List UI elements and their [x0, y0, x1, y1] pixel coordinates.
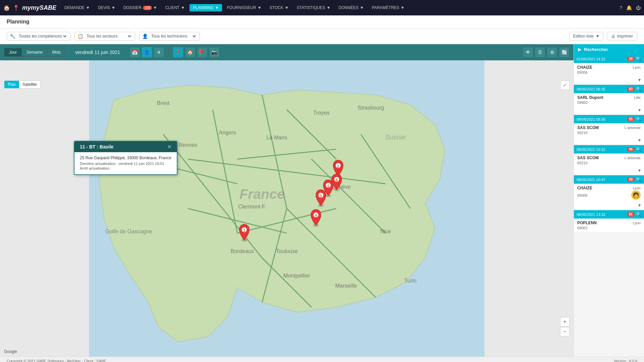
- card-code-1: 69006: [577, 70, 641, 74]
- card-date-5: 08/06/2021 10:47: [577, 178, 605, 182]
- zoom-out-button[interactable]: −: [560, 327, 570, 337]
- card-code-2: 59800: [577, 101, 641, 105]
- card-header-5: 08/06/2021 10:47 89 🔍: [574, 175, 644, 184]
- card-search-1[interactable]: 🔍: [636, 56, 641, 61]
- svg-text:Nice: Nice: [380, 228, 391, 234]
- bell-icon[interactable]: 🔔: [626, 5, 632, 10]
- right-panel: ▶ Rechercher 01/06/2021 14:22 29 🔍 CHAIZ…: [574, 44, 644, 357]
- map-satellite-btn[interactable]: Satellite: [19, 81, 40, 88]
- svg-text:Suisse: Suisse: [385, 133, 406, 141]
- map-plan-btn[interactable]: Plan: [4, 81, 19, 88]
- card-header-1: 01/06/2021 14:22 29 🔍: [574, 55, 644, 63]
- svg-text:Angers: Angers: [219, 129, 236, 135]
- camera-icon-btn[interactable]: 📷: [209, 47, 220, 58]
- home-icon[interactable]: 🏠: [3, 5, 10, 11]
- card-search-5[interactable]: 🔍: [636, 177, 641, 182]
- svg-text:1: 1: [243, 229, 245, 232]
- svg-text:Rennes: Rennes: [178, 142, 197, 148]
- card-search-4[interactable]: 🔍: [636, 147, 641, 152]
- nav-client[interactable]: CLIENT ▼: [162, 4, 188, 11]
- help-icon[interactable]: ?: [620, 5, 622, 10]
- print-icon: 🖨: [611, 34, 615, 39]
- map-expand-btn[interactable]: ⤢: [560, 80, 570, 90]
- card-expand-2[interactable]: ▾: [574, 107, 644, 114]
- nav-devis[interactable]: DEVIS ▼: [95, 4, 119, 11]
- nav-fournisseur[interactable]: FOURNISSEUR ▼: [223, 4, 265, 11]
- card-code-3: 69210: [577, 131, 641, 135]
- card-header-6: 08/06/2021 13:32 91 🔍: [574, 210, 644, 219]
- tab-semaine[interactable]: Semaine: [22, 48, 47, 56]
- pin-icon[interactable]: 📍: [13, 5, 19, 11]
- card-expand-4[interactable]: ▾: [574, 167, 644, 174]
- footer: Copyright © 2021 SABE Softwares - MySabe…: [0, 357, 644, 362]
- tab-jour[interactable]: Jour: [4, 48, 22, 56]
- svg-text:5: 5: [327, 184, 329, 188]
- flag-icon-btn[interactable]: 🚩: [197, 47, 208, 58]
- card-expand-5[interactable]: ▾: [574, 202, 644, 209]
- card-search-6[interactable]: 🔍: [636, 212, 641, 217]
- filters-bar: 🔧 Toutes les compétences 📋 Tous les sect…: [0, 28, 644, 44]
- svg-text:Clermont-F.: Clermont-F.: [238, 203, 266, 209]
- popup-arret: Arrêt actualisation :: [80, 166, 171, 170]
- current-date: vendredi 11 juin 2021: [75, 50, 120, 55]
- nav-stock[interactable]: STOCK ▼: [266, 4, 292, 11]
- card-city-3: L'arbresle: [625, 126, 641, 130]
- card-search-2[interactable]: 🔍: [636, 86, 641, 92]
- popup-close[interactable]: ✕: [167, 144, 171, 149]
- calendar-icon-btn[interactable]: 📅: [129, 47, 140, 58]
- power-icon[interactable]: ⏻: [636, 5, 641, 10]
- card-date-1: 01/06/2021 14:22: [577, 57, 605, 61]
- card-city-4: L'arbresle: [625, 156, 641, 160]
- nav-parametres[interactable]: PARAMÈTRES ▼: [369, 4, 408, 11]
- card-expand-1[interactable]: ▾: [574, 76, 644, 84]
- card-date-3: 08/06/2021 09:30: [577, 117, 605, 121]
- card-date-6: 08/06/2021 13:32: [577, 213, 605, 217]
- secteurs-filter[interactable]: 📋 Tous les secteurs: [74, 32, 135, 41]
- card-code-4: 69210: [577, 161, 641, 165]
- svg-text:Golfe de Gascogne: Golfe de Gascogne: [105, 228, 152, 234]
- google-watermark: Google: [4, 349, 17, 354]
- settings-icon-btn[interactable]: ⚙: [547, 47, 557, 58]
- tab-mois[interactable]: Mois: [48, 48, 65, 56]
- card-search-3[interactable]: 🔍: [636, 117, 641, 122]
- cal2-icon-btn[interactable]: 🗓: [535, 47, 545, 58]
- wrench-icon: 🔧: [10, 34, 15, 39]
- version-text: Version : 8.0.6: [614, 359, 637, 362]
- svg-text:Bordeaux: Bordeaux: [231, 248, 254, 254]
- zoom-in-button[interactable]: +: [560, 317, 570, 326]
- techniciens-select[interactable]: Tous les techniciens: [150, 34, 197, 39]
- planning-card-2: 08/06/2021 08:35 83 🔍 SARL Dupont Lille …: [574, 85, 644, 114]
- map-background[interactable]: France Suisse Brest Rennes Le Mans Golfe…: [0, 60, 574, 357]
- nav-statistiques[interactable]: STATISTIQUES ▼: [293, 4, 334, 11]
- eye-icon-btn[interactable]: 👁: [523, 47, 533, 58]
- sector-icon: 📋: [77, 34, 83, 39]
- app-logo: mymySABE: [22, 4, 56, 11]
- nav-donnees[interactable]: DONNÉES ▼: [335, 4, 367, 11]
- page-title: Planning: [7, 19, 30, 24]
- nav-demande[interactable]: DEMANDE ▼: [61, 4, 93, 11]
- competences-filter[interactable]: 🔧 Toutes les compétences: [7, 32, 70, 41]
- location-icon-btn[interactable]: 📍: [173, 47, 183, 58]
- svg-text:4: 4: [315, 214, 317, 218]
- planning-card-3: 08/06/2021 09:30 85 🔍 SAS SCOM L'arbresl…: [574, 115, 644, 144]
- home-map-icon-btn[interactable]: 🏠: [185, 47, 196, 58]
- arrow-right-icon: ▶: [578, 47, 581, 52]
- secteurs-select[interactable]: Tous les secteurs: [85, 34, 132, 39]
- card-expand-3[interactable]: ▾: [574, 137, 644, 144]
- imprimer-label: Imprimer: [617, 34, 633, 39]
- competences-select[interactable]: Toutes les compétences: [17, 34, 67, 39]
- person-map-icon-btn[interactable]: 👤: [142, 47, 152, 58]
- edition-liste-button[interactable]: Edition liste ▼: [569, 32, 603, 41]
- top-navigation: 🏠 📍 mymySABE DEMANDE ▼ DEVIS ▼ DOSSIER 1…: [0, 0, 644, 15]
- nav-planning[interactable]: PLANNING ▼: [190, 4, 222, 11]
- popup-last-update: Dernière actualisation : vendredi 11 jui…: [80, 162, 171, 166]
- plane-icon-btn[interactable]: ✈: [154, 47, 164, 58]
- refresh-icon-btn[interactable]: 🔄: [559, 47, 570, 58]
- imprimer-button[interactable]: 🖨 Imprimer: [607, 32, 637, 41]
- card-badge-5: 89: [627, 177, 635, 182]
- popup-title: ✕ 11 - BT : Basile: [74, 141, 177, 152]
- nav-dossier[interactable]: DOSSIER 100 ▼: [120, 4, 161, 11]
- map-toolbar: Jour Semaine Mois vendredi 11 juin 2021 …: [0, 44, 574, 60]
- svg-text:Montpellier: Montpellier: [283, 273, 310, 279]
- techniciens-filter[interactable]: 👤 Tous les techniciens: [139, 32, 200, 41]
